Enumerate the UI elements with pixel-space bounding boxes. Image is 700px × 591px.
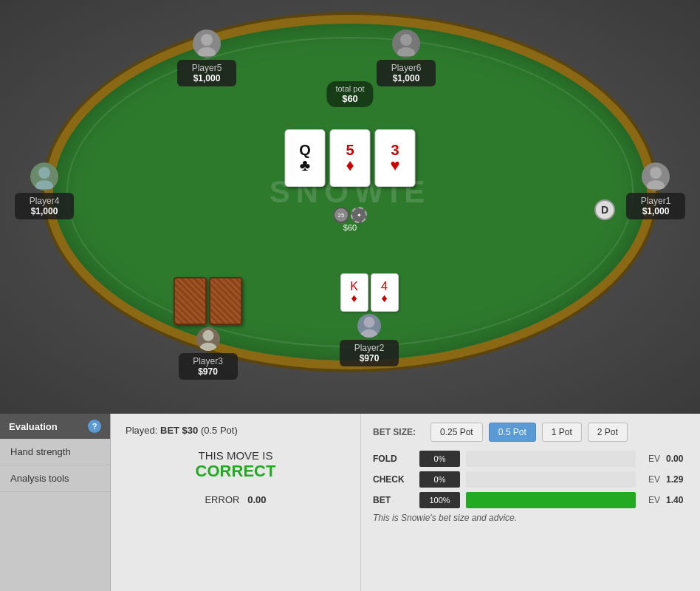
check-ev-value: 1.29 — [666, 474, 688, 485]
svg-point-10 — [363, 317, 374, 328]
fold-label: FOLD — [373, 454, 414, 464]
player5-box: Player5 $1,000 — [177, 30, 236, 86]
dealer-button: D — [594, 199, 615, 220]
svg-point-11 — [361, 329, 378, 338]
player3-card-1 — [174, 277, 207, 325]
player2-card-4: 4 ♦ — [371, 273, 399, 312]
bet-ev-value: 1.40 — [666, 495, 688, 505]
fold-pct: 0% — [419, 451, 460, 467]
eval-area: Played: BET $30 (0.5 Pot) THIS MOVE IS C… — [111, 414, 360, 591]
chip-stack: 25 ✦ — [333, 207, 367, 223]
analysis-panel: BET SIZE: 0.25 Pot 0.5 Pot 1 Pot 2 Pot F… — [360, 414, 700, 591]
player3-card-2 — [209, 277, 242, 325]
check-label: CHECK — [373, 474, 414, 485]
bet-btn-05[interactable]: 0.5 Pot — [489, 423, 536, 442]
player2-stack: $970 — [347, 353, 391, 363]
player5-avatar — [193, 30, 221, 58]
advice-text: This is Snowie's bet size and advice. — [373, 513, 688, 523]
fold-ev-value: 0.00 — [666, 454, 688, 464]
error-line: ERROR 0.00 — [126, 494, 346, 505]
player2-info: Player2 $970 — [340, 340, 399, 366]
pot-label: total pot — [335, 84, 364, 93]
eval-help-badge[interactable]: ? — [88, 420, 101, 433]
svg-point-0 — [201, 34, 213, 46]
player6-avatar — [392, 30, 420, 58]
evaluation-header: Evaluation ? — [0, 414, 110, 439]
community-cards: Q ♣ 5 ♦ 3 ♥ — [285, 129, 416, 187]
player1-avatar — [642, 163, 670, 191]
fold-bar-container — [466, 451, 636, 467]
bet-btn-025[interactable]: 0.25 Pot — [430, 423, 483, 442]
community-card-1: Q ♣ — [285, 129, 326, 187]
player5-stack: $1,000 — [185, 73, 229, 83]
community-card-2: 5 ♦ — [330, 129, 371, 187]
left-sidebar: Evaluation ? Hand strength Analysis tool… — [0, 414, 111, 591]
bet-bar — [466, 492, 636, 508]
fold-ev-label: EV — [642, 454, 660, 464]
bet-size-label: BET SIZE: — [373, 427, 425, 437]
player6-info: Player6 $1,000 — [377, 60, 436, 86]
pot-display: total pot $60 — [326, 81, 373, 107]
check-ev-label: EV — [642, 474, 660, 485]
community-card-3: 3 ♥ — [375, 129, 416, 187]
svg-point-4 — [38, 167, 50, 179]
player3-info: Player3 $970 — [179, 353, 238, 380]
player4-name: Player4 — [22, 196, 66, 206]
svg-point-7 — [647, 180, 665, 189]
svg-point-8 — [202, 330, 213, 341]
player2-box: K ♦ 4 ♦ Player2 $970 — [340, 273, 399, 366]
svg-point-9 — [199, 343, 216, 351]
player5-name: Player5 — [185, 63, 229, 73]
player5-info: Player5 $1,000 — [177, 60, 236, 86]
player3-avatar — [196, 327, 220, 351]
svg-point-6 — [650, 167, 662, 179]
bet-bar-container — [466, 492, 636, 508]
bet-label: BET — [373, 495, 414, 505]
table-area: SNOWIE total pot $60 Q ♣ 5 ♦ 3 ♥ 25 ✦ $6… — [0, 0, 700, 414]
action-check-row: CHECK 0% EV 1.29 — [373, 471, 688, 488]
sidebar-analysis-tools[interactable]: Analysis tools — [0, 465, 110, 492]
action-bet-row: BET 100% EV 1.40 — [373, 492, 688, 508]
player1-box: Player1 $1,000 — [626, 163, 685, 219]
chips-area: 25 ✦ $60 — [333, 207, 367, 232]
svg-point-1 — [198, 47, 216, 56]
pot-amount: $60 — [335, 93, 364, 104]
error-value: 0.00 — [247, 494, 266, 505]
player6-name: Player6 — [384, 63, 428, 73]
check-pct: 0% — [419, 471, 460, 488]
evaluation-label: Evaluation — [9, 421, 58, 432]
bet-btn-1[interactable]: 1 Pot — [542, 423, 582, 442]
player3-name: Player3 — [186, 356, 230, 366]
played-line: Played: BET $30 (0.5 Pot) — [126, 425, 346, 436]
bet-btn-2[interactable]: 2 Pot — [588, 423, 628, 442]
player2-avatar — [357, 314, 381, 338]
player4-info: Player4 $1,000 — [15, 193, 74, 219]
error-label: ERROR — [205, 494, 239, 505]
played-detail: (0.5 Pot) — [201, 425, 238, 436]
player6-box: Player6 $1,000 — [377, 30, 436, 86]
action-fold-row: FOLD 0% EV 0.00 — [373, 451, 688, 467]
player4-box: Player4 $1,000 — [15, 163, 74, 219]
this-move-is-label: THIS MOVE IS — [133, 449, 338, 462]
check-bar-container — [466, 471, 636, 488]
svg-point-5 — [35, 180, 53, 189]
chips-amount: $60 — [343, 223, 357, 232]
bet-pct: 100% — [419, 492, 460, 508]
bet-size-row: BET SIZE: 0.25 Pot 0.5 Pot 1 Pot 2 Pot — [373, 423, 688, 442]
played-label: Played: — [126, 425, 157, 436]
player3-stack: $970 — [186, 366, 230, 377]
sidebar-hand-strength[interactable]: Hand strength — [0, 439, 110, 465]
correct-label: CORRECT — [133, 462, 338, 481]
svg-point-3 — [397, 47, 415, 56]
player6-stack: $1,000 — [384, 73, 428, 83]
bottom-panel: Evaluation ? Hand strength Analysis tool… — [0, 414, 700, 591]
player2-name: Player2 — [347, 343, 391, 353]
played-action: BET $30 — [160, 425, 198, 436]
player2-card-k: K ♦ — [340, 273, 368, 312]
player4-avatar — [30, 163, 58, 191]
player1-stack: $1,000 — [634, 206, 678, 216]
bet-ev-label: EV — [642, 495, 660, 505]
svg-point-2 — [400, 34, 412, 46]
player2-cards: K ♦ 4 ♦ — [340, 273, 399, 312]
player1-name: Player1 — [634, 196, 678, 206]
